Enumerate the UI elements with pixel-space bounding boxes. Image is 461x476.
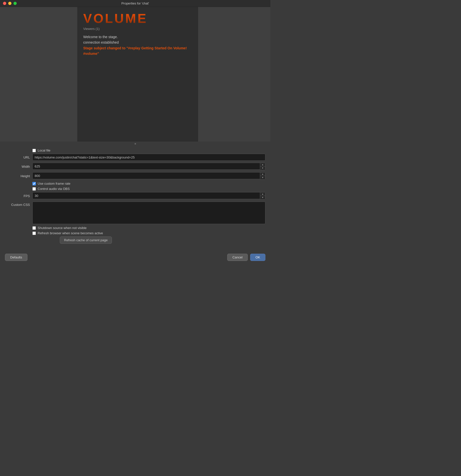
ok-button[interactable]: OK [250,254,265,261]
fps-input[interactable] [32,192,260,199]
fps-increment-button[interactable]: ▲ [260,192,265,196]
cancel-button[interactable]: Cancel [227,254,248,261]
window-title: Properties for 'chat' [121,1,149,5]
refresh-cache-wrapper: Refresh cache of current page [5,237,265,246]
width-increment-button[interactable]: ▲ [260,163,265,166]
custom-frame-rate-label: Use custom frame rate [38,182,71,185]
shutdown-source-checkbox[interactable] [32,226,36,230]
form-area: Local file URL Width ▲ ▼ Height ▲ ▼ Use [0,146,270,250]
width-decrement-button[interactable]: ▼ [260,166,265,170]
volume-logo: VOLUME [83,12,192,25]
control-audio-row: Control audio via OBS [5,187,265,191]
shutdown-source-row: Shutdown source when not visible [5,226,265,230]
width-row: Width ▲ ▼ [5,163,265,170]
control-audio-checkbox[interactable] [32,187,36,191]
refresh-cache-button[interactable]: Refresh cache of current page [60,237,112,244]
stage-subject-message: Stage subject changed to "#replay Gettin… [83,45,192,57]
preview-center-panel: VOLUME Viewers (1) Welcome to the stage.… [77,7,198,142]
defaults-button[interactable]: Defaults [5,254,27,261]
width-input[interactable] [32,163,260,170]
fps-decrement-button[interactable]: ▼ [260,196,265,199]
title-bar: Properties for 'chat' [0,0,270,7]
url-label: URL [5,156,32,159]
fps-row: FPS ▲ ▼ [5,192,265,200]
minimize-button[interactable] [8,2,11,5]
local-file-checkbox[interactable] [32,149,36,152]
maximize-button[interactable] [13,2,17,5]
height-increment-button[interactable]: ▲ [260,172,265,176]
shutdown-source-label: Shutdown source when not visible [38,226,87,230]
fps-spinner: ▲ ▼ [32,192,265,200]
refresh-scene-row: Refresh browser when scene becomes activ… [5,231,265,235]
width-label: Width [5,165,32,168]
height-spinner: ▲ ▼ [32,172,265,180]
custom-frame-rate-row: Use custom frame rate [5,182,265,185]
bottom-bar: Defaults Cancel OK [0,251,270,263]
fps-spinner-buttons: ▲ ▼ [260,192,265,200]
bottom-right-buttons: Cancel OK [227,254,265,261]
scroll-dot [135,143,136,145]
height-decrement-button[interactable]: ▼ [260,176,265,179]
width-spinner-buttons: ▲ ▼ [260,163,265,170]
chat-message-1: Welcome to the stage. [83,34,192,40]
url-row: URL [5,154,265,161]
width-spinner: ▲ ▼ [32,163,265,170]
dot-indicator [0,142,270,146]
close-button[interactable] [3,2,6,5]
local-file-label: Local file [38,149,50,152]
preview-left-panel [0,7,77,142]
height-spinner-buttons: ▲ ▼ [260,172,265,180]
refresh-scene-label: Refresh browser when scene becomes activ… [38,231,103,235]
fps-label: FPS [5,194,32,198]
custom-css-row: Custom CSS [5,202,265,224]
custom-css-label: Custom CSS [5,202,32,207]
height-input[interactable] [32,172,260,179]
chat-message-2: connection established [83,40,192,45]
preview-right-panel [198,7,270,142]
control-audio-label: Control audio via OBS [38,187,70,191]
custom-frame-rate-checkbox[interactable] [32,182,36,185]
window-controls [3,2,17,5]
height-row: Height ▲ ▼ [5,172,265,180]
custom-css-textarea[interactable] [32,202,265,224]
viewers-count: Viewers (1) [83,27,192,31]
refresh-scene-checkbox[interactable] [32,232,36,235]
height-label: Height [5,174,32,178]
local-file-row: Local file [5,149,265,152]
preview-area: VOLUME Viewers (1) Welcome to the stage.… [0,7,270,142]
url-input[interactable] [32,154,265,161]
